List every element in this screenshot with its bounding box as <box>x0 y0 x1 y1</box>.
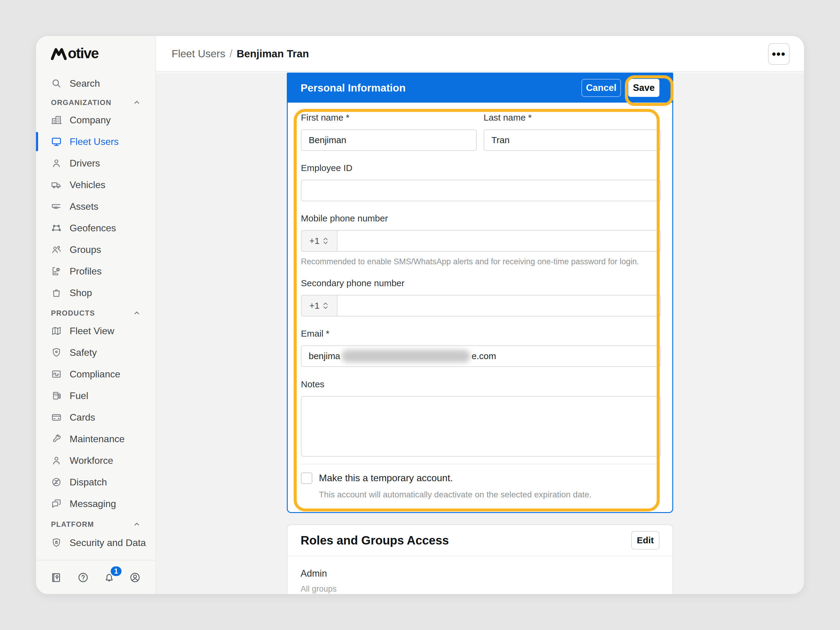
sidebar-item-cards[interactable]: Cards <box>36 408 155 427</box>
personal-information-header: Personal Information Cancel Save <box>287 73 673 103</box>
secondary-phone-label: Secondary phone number <box>301 278 404 288</box>
secondary-country-code-select[interactable]: +1 <box>301 295 338 316</box>
truck-icon <box>51 179 62 190</box>
sidebar-item-fleet-view[interactable]: Fleet View <box>36 321 155 341</box>
section-platform[interactable]: PLATFORM <box>36 516 155 532</box>
sidebar-item-groups[interactable]: Groups <box>36 240 155 259</box>
email-label: Email * <box>301 328 329 339</box>
sidebar-item-fuel[interactable]: Fuel <box>36 386 155 405</box>
sidebar-item-workforce[interactable]: Workforce <box>36 451 155 470</box>
sidebar-item-label: Safety <box>69 347 97 358</box>
guide-icon[interactable] <box>50 572 62 584</box>
sidebar-item-assets[interactable]: Assets <box>36 197 155 216</box>
sidebar-item-drivers[interactable]: Drivers <box>36 153 155 173</box>
sidebar-item-label: Groups <box>69 244 101 255</box>
personal-information-card: Personal Information Cancel Save First n… <box>287 73 673 513</box>
last-name-input[interactable] <box>483 129 661 151</box>
section-products-label: PRODUCTS <box>51 309 133 317</box>
email-input[interactable]: benjima e.com <box>301 345 661 367</box>
chat-icon <box>51 498 62 509</box>
role-name: Admin <box>301 568 327 579</box>
credit-card-icon <box>51 412 62 423</box>
help-icon[interactable] <box>77 572 89 584</box>
more-actions-button[interactable]: ••• <box>768 43 789 65</box>
mobile-phone-input[interactable] <box>337 230 661 252</box>
sidebar-item-label: Drivers <box>69 158 100 169</box>
sidebar-item-dispatch[interactable]: Dispatch <box>36 472 155 492</box>
mobile-phone-hint: Recommended to enable SMS/WhatsApp alert… <box>301 257 639 267</box>
sidebar-item-profiles[interactable]: Profiles <box>36 262 155 281</box>
first-name-input[interactable] <box>301 129 477 151</box>
sidebar-item-safety[interactable]: Safety <box>36 343 155 362</box>
temporary-account-description: This account will automatically deactiva… <box>319 490 592 499</box>
section-organization[interactable]: ORGANIZATION <box>36 95 155 111</box>
search-icon <box>51 78 62 89</box>
sidebar-item-label: Shop <box>69 287 92 298</box>
section-organization-label: ORGANIZATION <box>51 98 133 107</box>
updown-chevron-icon <box>322 237 329 245</box>
wrench-icon <box>51 434 62 444</box>
country-code-value: +1 <box>309 301 319 311</box>
sidebar-item-label: Company <box>69 115 111 126</box>
edit-roles-button[interactable]: Edit <box>631 531 659 549</box>
employee-id-label: Employee ID <box>301 163 352 173</box>
email-redacted-blur <box>341 350 471 362</box>
person-icon <box>51 455 62 466</box>
sidebar-item-messaging[interactable]: Messaging <box>36 494 155 513</box>
sidebar-item-label: Security and Data <box>69 537 146 548</box>
sidebar-item-vehicles[interactable]: Vehicles <box>36 175 155 194</box>
search-label: Search <box>69 78 100 89</box>
sidebar-item-label: Vehicles <box>69 179 105 191</box>
motive-logo-text: otive <box>68 47 98 60</box>
sidebar-item-label: Profiles <box>69 266 102 277</box>
mobile-country-code-select[interactable]: +1 <box>301 230 338 252</box>
cancel-button[interactable]: Cancel <box>581 79 621 97</box>
notes-textarea[interactable] <box>301 396 661 456</box>
save-button[interactable]: Save <box>628 79 659 97</box>
sidebar-item-label: Messaging <box>69 498 116 509</box>
sidebar-item-geofences[interactable]: Geofences <box>36 218 155 238</box>
temporary-account-checkbox[interactable] <box>301 472 312 484</box>
breadcrumb-parent-link[interactable]: Fleet Users <box>172 48 225 60</box>
temporary-account-label[interactable]: Make this a temporary account. <box>319 472 453 483</box>
email-value-prefix: benjima <box>309 351 340 361</box>
content-area: Personal Information Cancel Save First n… <box>156 73 804 594</box>
chevron-up-icon <box>133 520 141 529</box>
motive-logo[interactable]: otive <box>51 47 98 60</box>
map-icon <box>51 325 62 336</box>
sidebar-item-label: Assets <box>69 201 98 212</box>
email-value-suffix: e.com <box>472 351 496 361</box>
sidebar-item-company[interactable]: Company <box>36 111 155 129</box>
fuel-pump-icon <box>51 390 62 401</box>
sidebar-footer: 1 <box>36 560 155 594</box>
shield-icon <box>51 347 62 358</box>
country-code-value: +1 <box>309 236 319 246</box>
employee-id-input[interactable] <box>301 180 661 201</box>
sidebar-item-search[interactable]: Search <box>36 74 155 93</box>
profile-gear-icon <box>51 266 62 276</box>
sidebar-item-security-and-data[interactable]: Security and Data <box>36 533 155 552</box>
geofence-icon <box>51 223 62 234</box>
section-products[interactable]: PRODUCTS <box>36 305 155 321</box>
sidebar-item-maintenance[interactable]: Maintenance <box>36 429 155 448</box>
roles-groups-card: Roles and Groups Access Edit Admin All g… <box>287 524 673 594</box>
section-platform-label: PLATFORM <box>51 520 133 529</box>
secondary-phone-input[interactable] <box>337 295 661 316</box>
monitor-icon <box>51 136 62 147</box>
sidebar-item-label: Dispatch <box>69 477 107 488</box>
sidebar-item-label: Fuel <box>69 390 88 401</box>
roles-groups-header: Roles and Groups Access Edit <box>287 525 673 556</box>
sidebar-item-label: Workforce <box>69 455 113 466</box>
first-name-label: First name * <box>301 112 349 123</box>
role-groups: All groups <box>301 584 336 594</box>
breadcrumb: Fleet Users / Benjiman Tran <box>172 48 309 60</box>
account-icon[interactable] <box>129 572 141 584</box>
sidebar-item-fleet-users[interactable]: Fleet Users <box>36 132 155 151</box>
building-icon <box>51 115 62 125</box>
breadcrumb-current: Benjiman Tran <box>237 48 309 60</box>
notes-label: Notes <box>301 379 324 389</box>
sidebar-item-compliance[interactable]: Compliance <box>36 365 155 384</box>
app-window: otive Search ORGANIZATION Company Fleet … <box>36 36 804 594</box>
sidebar-item-shop[interactable]: Shop <box>36 283 155 302</box>
motive-logo-m-icon <box>51 47 66 60</box>
